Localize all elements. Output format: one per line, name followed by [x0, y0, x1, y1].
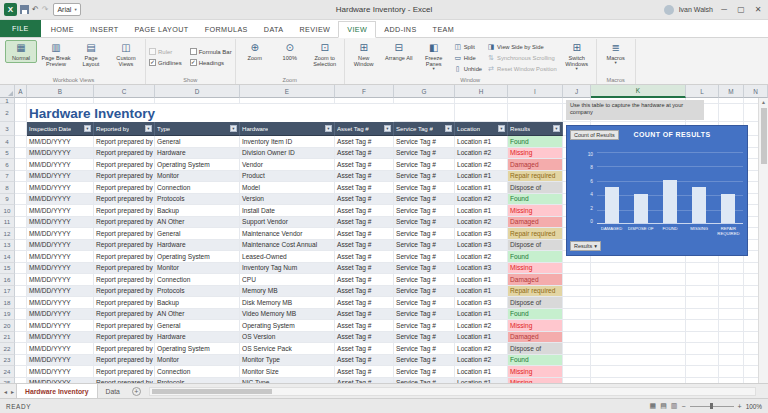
type-cell[interactable]: Protocols — [155, 286, 240, 298]
asset-tag-cell[interactable]: Asset Tag # — [335, 297, 394, 309]
asset-tag-cell[interactable]: Asset Tag # — [335, 309, 394, 321]
asset-tag-cell[interactable]: Asset Tag # — [335, 159, 394, 171]
cell[interactable] — [563, 343, 591, 355]
row-header-9[interactable]: 9 — [0, 194, 15, 206]
asset-tag-cell[interactable]: Asset Tag # — [335, 332, 394, 344]
cell[interactable] — [686, 286, 719, 298]
hardware-cell[interactable]: Monitor Type — [240, 355, 335, 367]
column-header-c[interactable]: C — [94, 85, 155, 98]
table-header-asset-tag[interactable]: Asset Tag #▾ — [335, 122, 394, 136]
user-name[interactable]: Ivan Walsh — [679, 6, 713, 13]
type-cell[interactable]: AN Other — [155, 309, 240, 321]
location-cell[interactable]: Location #2 — [455, 194, 508, 206]
row-header-5[interactable]: 5 — [0, 148, 15, 160]
reset-window-position-button[interactable]: ⇄Reset Window Position — [486, 64, 558, 74]
ruler-checkbox[interactable]: Ruler — [149, 48, 182, 55]
split-button[interactable]: ◫Split — [453, 42, 483, 52]
inspection-date-cell[interactable]: MM/DD/YYYY — [27, 263, 94, 275]
asset-tag-cell[interactable]: Asset Tag # — [335, 205, 394, 217]
ribbon-tab-view[interactable]: VIEW — [338, 21, 376, 38]
formula-bar-checkbox[interactable]: Formula Bar — [190, 48, 232, 55]
hardware-cell[interactable]: Vendor — [240, 159, 335, 171]
type-cell[interactable]: Connection — [155, 182, 240, 194]
reported-by-cell[interactable]: Report prepared by — [94, 309, 155, 321]
row-header-3[interactable]: 3 — [0, 122, 15, 136]
cell[interactable] — [15, 297, 27, 309]
table-header-type[interactable]: Type▾ — [155, 122, 240, 136]
row-header-20[interactable]: 20 — [0, 320, 15, 332]
reported-by-cell[interactable]: Report prepared by — [94, 136, 155, 148]
new-window-button[interactable]: ⊞New Window — [348, 40, 380, 69]
reported-by-cell[interactable]: Report prepared by — [94, 251, 155, 263]
service-tag-cell[interactable]: Service Tag # — [394, 240, 455, 252]
reported-by-cell[interactable]: Report prepared by — [94, 217, 155, 229]
reported-by-cell[interactable]: Report prepared by — [94, 171, 155, 183]
location-cell[interactable]: Location #1 — [455, 309, 508, 321]
inspection-date-cell[interactable]: MM/DD/YYYY — [27, 320, 94, 332]
cell[interactable] — [394, 104, 455, 122]
column-header-i[interactable]: I — [508, 85, 563, 98]
column-header-l[interactable]: L — [686, 85, 719, 98]
service-tag-cell[interactable]: Service Tag # — [394, 217, 455, 229]
hardware-cell[interactable]: Maintenance Cost Annual — [240, 240, 335, 252]
cell[interactable] — [563, 274, 591, 286]
cell[interactable] — [15, 148, 27, 160]
location-cell[interactable]: Location #3 — [455, 263, 508, 275]
cell[interactable] — [719, 320, 744, 332]
zoom-to-selection-button[interactable]: ⊡Zoom to Selection — [309, 40, 341, 69]
filter-icon[interactable]: ▾ — [325, 125, 332, 132]
hide-button[interactable]: ▭Hide — [453, 53, 483, 63]
save-icon[interactable] — [20, 5, 29, 14]
zoom-in-button[interactable]: + — [738, 403, 742, 410]
cell[interactable] — [591, 366, 686, 378]
row-header-15[interactable]: 15 — [0, 263, 15, 275]
service-tag-cell[interactable]: Service Tag # — [394, 378, 455, 384]
ribbon-tab-page-layout[interactable]: PAGE LAYOUT — [127, 22, 197, 37]
hardware-cell[interactable]: Support Vendor — [240, 217, 335, 229]
arrange-all-button[interactable]: ⊟Arrange All — [383, 40, 415, 63]
service-tag-cell[interactable]: Service Tag # — [394, 205, 455, 217]
result-cell[interactable]: Found — [508, 136, 563, 148]
row-header-11[interactable]: 11 — [0, 217, 15, 229]
service-tag-cell[interactable]: Service Tag # — [394, 343, 455, 355]
asset-tag-cell[interactable]: Asset Tag # — [335, 343, 394, 355]
inspection-date-cell[interactable]: MM/DD/YYYY — [27, 228, 94, 240]
ribbon-tab-data[interactable]: DATA — [256, 22, 292, 37]
row-header-2[interactable]: 2 — [0, 104, 15, 122]
column-header-a[interactable]: A — [15, 85, 27, 98]
hardware-cell[interactable]: Install Date — [240, 205, 335, 217]
inspection-date-cell[interactable]: MM/DD/YYYY — [27, 251, 94, 263]
asset-tag-cell[interactable]: Asset Tag # — [335, 355, 394, 367]
reported-by-cell[interactable]: Report prepared by — [94, 228, 155, 240]
location-cell[interactable]: Location #1 — [455, 205, 508, 217]
vertical-scrollbar[interactable]: ▲ — [758, 98, 768, 383]
type-cell[interactable]: Monitor — [155, 171, 240, 183]
result-cell[interactable]: Repair required — [508, 286, 563, 298]
asset-tag-cell[interactable]: Asset Tag # — [335, 378, 394, 384]
filter-icon[interactable]: ▾ — [498, 125, 505, 132]
new-sheet-button[interactable]: + — [132, 387, 141, 396]
type-cell[interactable]: Operating System — [155, 251, 240, 263]
vertical-scroll-thumb[interactable] — [761, 108, 767, 164]
zoom-level[interactable]: 100% — [746, 403, 762, 410]
redo-icon[interactable]: ↷ — [42, 5, 49, 15]
service-tag-cell[interactable]: Service Tag # — [394, 148, 455, 160]
reported-by-cell[interactable]: Report prepared by — [94, 240, 155, 252]
location-cell[interactable]: Location #2 — [455, 159, 508, 171]
reported-by-cell[interactable]: Report prepared by — [94, 205, 155, 217]
cell[interactable] — [15, 378, 27, 384]
filter-icon[interactable]: ▾ — [230, 125, 237, 132]
reported-by-cell[interactable]: Report prepared by — [94, 274, 155, 286]
cell[interactable] — [719, 263, 744, 275]
horizontal-scroll-thumb[interactable] — [152, 389, 272, 394]
result-cell[interactable]: Damaged — [508, 274, 563, 286]
type-cell[interactable]: Connection — [155, 366, 240, 378]
reported-by-cell[interactable]: Report prepared by — [94, 366, 155, 378]
ribbon-tab-insert[interactable]: INSERT — [82, 22, 127, 37]
cell[interactable] — [591, 320, 686, 332]
custom-views-button[interactable]: ◫Custom Views — [110, 40, 142, 69]
result-cell[interactable]: Found — [508, 309, 563, 321]
macros-button[interactable]: ≣Macros▾ — [600, 40, 632, 67]
unhide-button[interactable]: ▯Unhide — [453, 64, 483, 74]
cell[interactable] — [719, 104, 744, 122]
